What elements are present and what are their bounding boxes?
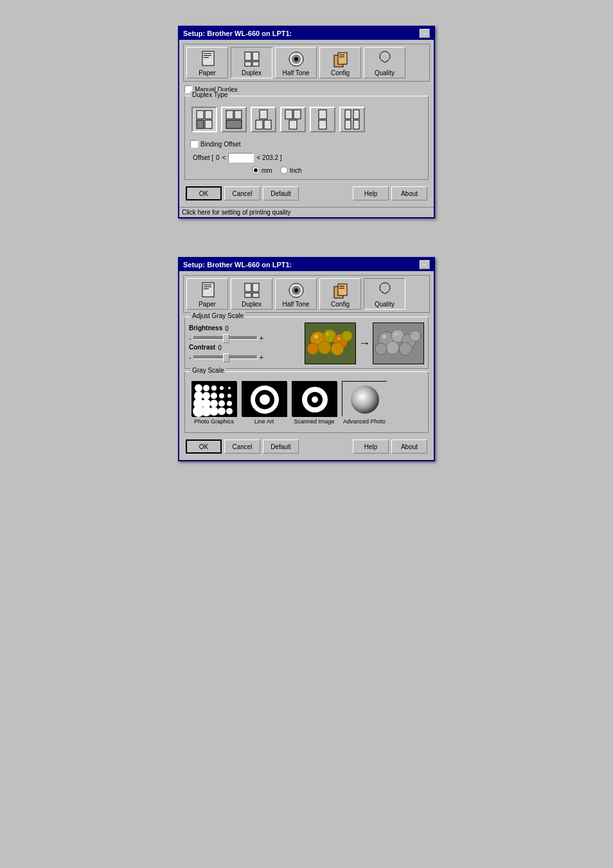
svg-point-90 xyxy=(209,407,218,416)
help-button-2[interactable]: Help xyxy=(353,439,389,454)
svg-rect-19 xyxy=(205,120,212,128)
contrast-row-label: Contrast 0 xyxy=(189,344,301,352)
brightness-slider[interactable] xyxy=(193,336,258,340)
svg-rect-21 xyxy=(235,111,242,119)
svg-rect-3 xyxy=(204,57,209,58)
tab-duplex-1[interactable]: Duplex xyxy=(231,47,272,78)
halftone-icon-1 xyxy=(286,50,306,68)
advanced-photo-label: Advanced Photo xyxy=(343,418,386,425)
duplex-type-2[interactable] xyxy=(221,107,247,132)
svg-point-100 xyxy=(312,396,318,403)
svg-point-56 xyxy=(331,342,344,355)
binding-offset-checkbox[interactable] xyxy=(190,140,198,148)
duplex-type-3[interactable] xyxy=(251,107,276,132)
title-bar-1: Setup: Brother WL-660 on LPT1: ─ xyxy=(179,27,434,40)
halftone-label-2: Half Tone xyxy=(282,301,309,308)
gray-scale-group-label: Gray Scale xyxy=(190,367,226,374)
tab-duplex-2[interactable]: Duplex xyxy=(231,278,272,310)
brightness-plus: + xyxy=(260,334,263,342)
minimize-button-1[interactable]: ─ xyxy=(420,29,430,38)
config-icon-1 xyxy=(330,50,351,68)
svg-point-66 xyxy=(386,341,399,354)
photo-graphics-label: Photo Graphics xyxy=(194,418,234,425)
help-button-1[interactable]: Help xyxy=(353,186,389,200)
duplex-label-1: Duplex xyxy=(242,69,262,76)
svg-point-91 xyxy=(218,407,226,415)
about-button-2[interactable]: About xyxy=(391,439,427,454)
scanned-image-preview xyxy=(292,381,337,416)
duplex-type-1[interactable] xyxy=(191,107,217,132)
dialog2-content: Paper Duplex xyxy=(179,271,434,460)
advanced-photo-option[interactable]: Advanced Photo xyxy=(342,381,387,425)
right-preview: → xyxy=(305,323,424,364)
mm-radio-item: mm xyxy=(252,166,272,174)
mm-radio[interactable] xyxy=(252,166,260,174)
tab-quality-2[interactable]: Quality xyxy=(364,278,405,310)
svg-rect-25 xyxy=(264,120,271,129)
ok-button-2[interactable]: OK xyxy=(186,439,222,454)
dialog-quality: Setup: Brother WL-660 on LPT1: ─ Paper xyxy=(178,257,435,461)
svg-point-76 xyxy=(220,386,224,390)
svg-point-60 xyxy=(326,333,329,335)
duplex-label-2: Duplex xyxy=(242,301,262,308)
svg-rect-30 xyxy=(319,120,326,129)
svg-point-67 xyxy=(399,342,412,355)
about-button-1[interactable]: About xyxy=(391,186,427,200)
tab-halftone-1[interactable]: Half Tone xyxy=(275,47,317,78)
brightness-thumb[interactable] xyxy=(223,334,229,343)
svg-point-80 xyxy=(211,393,217,399)
contrast-slider[interactable] xyxy=(193,355,258,359)
ok-button-1[interactable]: OK xyxy=(186,186,222,200)
svg-rect-39 xyxy=(245,283,251,292)
cancel-button-2[interactable]: Cancel xyxy=(224,439,260,454)
svg-rect-34 xyxy=(353,120,359,129)
duplex-type-4[interactable] xyxy=(280,107,306,132)
photo-graphics-option[interactable]: Photo Graphics xyxy=(191,381,236,425)
cancel-button-1[interactable]: Cancel xyxy=(224,186,260,200)
contrast-thumb[interactable] xyxy=(223,353,229,362)
halftone-icon-2 xyxy=(286,281,306,299)
units-row: mm Inch xyxy=(189,165,424,175)
svg-rect-18 xyxy=(197,120,204,128)
svg-point-45 xyxy=(294,288,298,292)
svg-point-15 xyxy=(380,51,390,62)
inch-label: Inch xyxy=(290,167,302,174)
advanced-photo-preview xyxy=(342,381,387,416)
duplex-type-6[interactable] xyxy=(339,107,365,132)
svg-point-79 xyxy=(202,392,210,400)
svg-point-85 xyxy=(210,400,218,407)
svg-rect-38 xyxy=(204,288,209,289)
svg-rect-5 xyxy=(253,52,259,60)
quality-label-1: Quality xyxy=(375,69,395,76)
svg-rect-17 xyxy=(205,111,212,119)
svg-point-92 xyxy=(226,408,233,414)
minimize-button-2[interactable]: ─ xyxy=(420,260,430,269)
offset-input[interactable] xyxy=(228,153,254,163)
default-button-1[interactable]: Default xyxy=(263,186,299,200)
svg-rect-37 xyxy=(204,287,211,287)
contrast-value: 0 xyxy=(218,344,222,351)
paper-label-2: Paper xyxy=(199,301,216,308)
contrast-label: Contrast xyxy=(189,344,215,351)
inch-radio[interactable] xyxy=(280,166,288,174)
line-art-label: Line Art xyxy=(254,418,274,425)
duplex-type-5[interactable] xyxy=(310,107,335,132)
title-text-1: Setup: Brother WL-660 on LPT1: xyxy=(183,30,292,37)
tab-paper-2[interactable]: Paper xyxy=(186,278,228,310)
tab-paper-1[interactable]: Paper xyxy=(186,47,228,78)
brightness-label: Brightness xyxy=(189,324,222,332)
svg-rect-24 xyxy=(256,120,263,129)
tab-config-1[interactable]: Config xyxy=(319,47,361,78)
tab-config-2[interactable]: Config xyxy=(319,278,361,310)
duplex-type-group: Duplex Type xyxy=(184,96,429,180)
svg-rect-2 xyxy=(204,55,211,56)
tab-halftone-2[interactable]: Half Tone xyxy=(275,278,317,310)
scanned-image-option[interactable]: Scanned Image xyxy=(292,381,337,425)
svg-rect-41 xyxy=(245,293,251,297)
line-art-option[interactable]: Line Art xyxy=(242,381,287,425)
scanned-image-label: Scanned Image xyxy=(294,418,334,425)
svg-rect-27 xyxy=(294,110,301,119)
svg-rect-1 xyxy=(204,53,211,54)
default-button-2[interactable]: Default xyxy=(263,439,299,454)
tab-quality-1[interactable]: Quality xyxy=(364,47,405,78)
